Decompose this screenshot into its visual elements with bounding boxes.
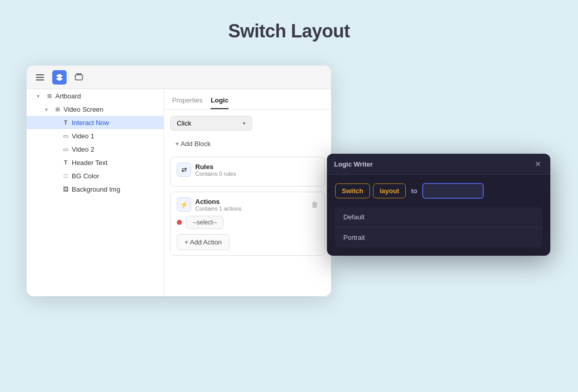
sidebar-item-background-img[interactable]: ▾ 🖼 Background Img (27, 182, 163, 196)
actions-icon: ⚡ (177, 197, 191, 212)
logic-dropdown: Default Portrait (335, 207, 542, 247)
logic-tokens: Switch layout to (335, 183, 542, 199)
tab-properties[interactable]: Properties (172, 96, 202, 109)
action-row: --select-- (177, 216, 318, 229)
sidebar-item-label: Video 2 (72, 146, 159, 153)
sidebar-item-label: Interact Now (72, 119, 159, 127)
sidebar-item-label: Video 1 (72, 132, 159, 140)
rules-block-info: Rules Contains 0 rules (195, 163, 236, 177)
camera-icon[interactable] (72, 70, 86, 85)
grid-icon: ⊞ (53, 105, 61, 113)
delete-icon[interactable]: 🗑 (311, 200, 318, 209)
sidebar-item-interact-now[interactable]: ▾ T Interact Now (27, 116, 163, 129)
arrow-icon: ▾ (45, 107, 51, 112)
text-icon: T (61, 158, 70, 167)
square-icon: □ (61, 172, 70, 180)
tab-logic[interactable]: Logic (211, 96, 229, 109)
dropdown-item-portrait[interactable]: Portrait (335, 228, 542, 247)
actions-block-info: Actions Contains 1 actions (195, 198, 242, 212)
token-switch[interactable]: Switch (335, 183, 370, 198)
panel-content: Click ▾ + Add Block ⇄ Rules Contains 0 r… (164, 110, 331, 296)
add-block-button[interactable]: + Add Block (170, 137, 325, 151)
rules-subtitle: Contains 0 rules (195, 171, 236, 177)
toolbar (27, 66, 331, 89)
event-select-value: Click (177, 119, 191, 127)
page-title: Switch Layout (0, 0, 578, 42)
sidebar: ▾ ⊞ Artboard ▾ ⊞ Video Screen ▾ T Intera… (27, 89, 164, 296)
svg-rect-2 (36, 79, 44, 80)
action-select[interactable]: --select-- (186, 216, 223, 229)
actions-block-header: ⚡ Actions Contains 1 actions 🗑 (177, 197, 318, 212)
actions-label: Actions (195, 198, 242, 205)
chevron-down-icon: ▾ (243, 120, 245, 126)
rules-block: ⇄ Rules Contains 0 rules (170, 157, 325, 187)
sidebar-item-label: Header Text (72, 159, 159, 167)
app-window: ▾ ⊞ Artboard ▾ ⊞ Video Screen ▾ T Intera… (27, 66, 331, 296)
rules-block-left: ⇄ Rules Contains 0 rules (177, 162, 236, 177)
layers-icon[interactable] (52, 70, 67, 85)
sidebar-item-video-1[interactable]: ▾ ▭ Video 1 (27, 129, 163, 142)
grid-icon: ⊞ (45, 92, 53, 100)
logic-writer-popup: Logic Writer ✕ Switch layout to Default … (327, 154, 550, 256)
text-icon: T (61, 118, 70, 127)
logic-writer-header: Logic Writer ✕ (327, 154, 550, 175)
svg-rect-1 (36, 77, 44, 78)
svg-rect-0 (36, 74, 44, 75)
panel-tabs: Properties Logic (164, 89, 331, 110)
logic-writer-title: Logic Writer (334, 160, 373, 168)
event-dropdown: Click ▾ (170, 116, 325, 131)
sidebar-item-label: Video Screen (64, 106, 159, 113)
rules-block-header: ⇄ Rules Contains 0 rules (177, 162, 318, 177)
sidebar-item-video-2[interactable]: ▾ ▭ Video 2 (27, 142, 163, 156)
logic-writer-body: Switch layout to Default Portrait (327, 175, 550, 256)
actions-block: ⚡ Actions Contains 1 actions 🗑 --select-… (170, 192, 325, 256)
image-icon: 🖼 (61, 185, 70, 193)
svg-rect-3 (75, 75, 82, 80)
rect-icon: ▭ (61, 145, 70, 153)
actions-subtitle: Contains 1 actions (195, 205, 242, 212)
rect-icon: ▭ (61, 132, 70, 140)
right-panel: Properties Logic Click ▾ + Add Block (164, 89, 331, 296)
actions-block-left: ⚡ Actions Contains 1 actions (177, 197, 242, 212)
rules-icon: ⇄ (177, 162, 191, 177)
sidebar-item-bg-color[interactable]: ▾ □ BG Color (27, 169, 163, 182)
sidebar-item-video-screen[interactable]: ▾ ⊞ Video Screen (27, 102, 163, 116)
sidebar-item-label: Artboard (55, 92, 159, 100)
token-layout[interactable]: layout (373, 183, 406, 198)
sidebar-item-header-text[interactable]: ▾ T Header Text (27, 156, 163, 169)
action-dot (177, 220, 182, 225)
rules-label: Rules (195, 163, 236, 171)
sidebar-item-artboard[interactable]: ▾ ⊞ Artboard (27, 89, 163, 102)
sidebar-item-label: Background Img (72, 185, 159, 193)
token-to: to (409, 184, 419, 198)
menu-icon[interactable] (33, 70, 47, 85)
layout-value-input[interactable] (422, 183, 484, 199)
main-area: ▾ ⊞ Artboard ▾ ⊞ Video Screen ▾ T Intera… (27, 89, 331, 296)
close-icon[interactable]: ✕ (533, 159, 543, 169)
sidebar-item-label: BG Color (72, 172, 159, 180)
arrow-icon: ▾ (37, 93, 43, 99)
add-action-button[interactable]: + Add Action (177, 234, 230, 250)
dropdown-item-default[interactable]: Default (335, 207, 542, 228)
event-select[interactable]: Click ▾ (170, 116, 252, 131)
